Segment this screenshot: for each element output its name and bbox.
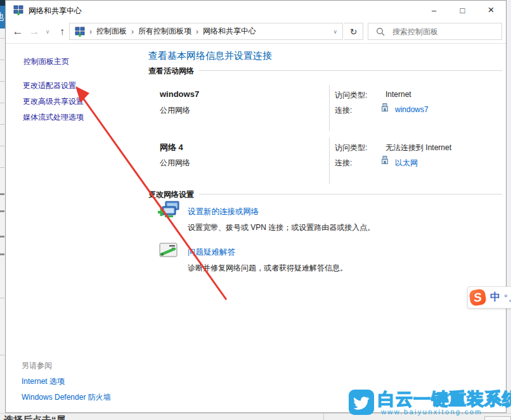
network-name: 网络 4: [160, 142, 183, 153]
network-name: windows7: [160, 89, 199, 99]
refresh-icon: ↻: [350, 27, 358, 37]
section-change-settings: 更改网络设置: [148, 189, 194, 200]
search-icon: [376, 27, 385, 36]
access-type-label: 访问类型:: [335, 143, 367, 153]
access-type-label: 访问类型:: [335, 90, 367, 101]
search-input[interactable]: [391, 27, 489, 37]
network-divider: [329, 137, 330, 184]
address-bar[interactable]: › 控制面板 › 所有控制面板项 › 网络和共享中心 ∨: [69, 23, 343, 40]
background-icon-fragment: [0, 210, 4, 212]
background-icon-fragment: [0, 253, 4, 255]
connection-link-windows7[interactable]: windows7: [395, 105, 429, 114]
background-icon-fragment: [0, 193, 4, 195]
ime-status-bar[interactable]: S 中 °,: [467, 286, 511, 309]
network-category: 公用网络: [160, 105, 190, 116]
back-icon[interactable]: ←: [10, 20, 26, 44]
window-title: 网络和共享中心: [29, 6, 82, 16]
background-divider: [323, 414, 324, 420]
troubleshoot-desc: 诊断并修复网络问题，或者获得疑难解答信息。: [188, 263, 347, 274]
crumb-separator[interactable]: ›: [196, 27, 198, 36]
troubleshoot-link[interactable]: 问题疑难解答: [188, 247, 235, 258]
sidebar-item-media-streaming[interactable]: 媒体流式处理选项: [23, 112, 84, 123]
background-icon-fragment: [0, 236, 4, 238]
breadcrumb-control-panel[interactable]: 控制面板: [96, 26, 127, 37]
connection-label: 连接:: [335, 105, 352, 116]
ime-punctuation-mode[interactable]: °,: [504, 293, 511, 303]
internet-options-link[interactable]: Internet 选项: [22, 376, 65, 387]
background-window-strip: 地: [0, 0, 5, 420]
watermark: 白云一键重装系统 www.baiyunxitong.com: [346, 388, 510, 418]
up-icon[interactable]: ↑: [54, 20, 70, 44]
sidebar-item-change-adapter-settings[interactable]: 更改适配器设置: [23, 80, 76, 91]
setup-new-connection-desc: 设置宽带、拨号或 VPN 连接；或设置路由器或接入点。: [188, 222, 375, 233]
background-blue-bar: 地: [0, 6, 5, 29]
crumb-separator[interactable]: ›: [89, 27, 92, 36]
close-button[interactable]: ×: [477, 1, 505, 20]
network-category: 公用网络: [160, 158, 190, 169]
background-row-line: [0, 167, 4, 168]
background-row-line: [0, 60, 4, 60]
forward-icon[interactable]: →: [26, 20, 42, 44]
access-type-value: 无法连接到 Internet: [385, 143, 451, 153]
window-controls: – □ ×: [420, 1, 505, 20]
connection-label: 连接:: [335, 158, 352, 169]
background-row-line: [0, 81, 4, 82]
windows-defender-firewall-link[interactable]: Windows Defender 防火墙: [22, 392, 111, 403]
ethernet-icon: [381, 103, 389, 113]
network-center-icon: [13, 5, 23, 15]
troubleshoot-icon: [159, 243, 178, 259]
sidebar-item-home[interactable]: 控制面板主页: [23, 56, 69, 67]
page-title: 查看基本网络信息并设置连接: [148, 50, 272, 62]
breadcrumb-all-items[interactable]: 所有控制面板项: [138, 26, 191, 37]
background-clipped-text: 选择后点击“属: [4, 414, 66, 420]
bird-logo-icon: [349, 390, 374, 415]
sogou-icon[interactable]: S: [469, 288, 486, 306]
breadcrumb-current[interactable]: 网络和共享中心: [203, 26, 256, 37]
section-rule: [199, 70, 502, 71]
watermark-url: www.baiyunxitong.com: [381, 408, 482, 416]
ime-mode-chinese[interactable]: 中: [490, 291, 500, 304]
section-rule: [199, 194, 502, 194]
network-sharing-center-window: 网络和共享中心 – □ × ← → ∨ ↑ › 控: [5, 0, 507, 413]
history-dropdown-icon[interactable]: ∨: [42, 20, 53, 44]
minimize-button[interactable]: –: [420, 1, 448, 20]
see-also-header: 另请参阅: [22, 360, 52, 371]
background-row-line: [0, 298, 4, 298]
ethernet-icon: [381, 156, 389, 165]
background-clipped-char: 地: [0, 11, 4, 23]
watermark-title: 白云一键重装系统: [378, 388, 511, 410]
background-dark-bar: [0, 0, 5, 6]
maximize-button[interactable]: □: [448, 1, 477, 20]
new-connection-icon: [158, 201, 181, 220]
background-row-line: [0, 124, 4, 125]
crumb-separator[interactable]: ›: [131, 27, 134, 36]
background-row-line: [0, 146, 4, 146]
background-row-line: [0, 103, 4, 103]
search-box[interactable]: [368, 23, 502, 40]
address-dropdown-icon[interactable]: ∨: [333, 23, 337, 39]
section-active-networks: 查看活动网络: [148, 66, 194, 77]
titlebar[interactable]: 网络和共享中心 – □ ×: [6, 1, 506, 20]
network-center-icon: [75, 27, 85, 37]
sidebar-item-advanced-sharing[interactable]: 更改高级共享设置: [23, 96, 84, 107]
network-divider: [329, 85, 330, 131]
connection-link-ethernet[interactable]: 以太网: [395, 158, 418, 169]
refresh-button[interactable]: ↻: [344, 23, 363, 40]
background-row-line: [0, 355, 4, 355]
access-type-value: Internet: [385, 90, 411, 99]
setup-new-connection-link[interactable]: 设置新的连接或网络: [188, 207, 259, 217]
navigation-bar: ← → ∨ ↑ › 控制面板 › 所有控制面板项 › 网络和共享中心 ∨: [6, 20, 506, 44]
screen: 地 选择后点击“属 网络和共享中心: [0, 0, 511, 420]
background-row-line: [0, 38, 4, 39]
